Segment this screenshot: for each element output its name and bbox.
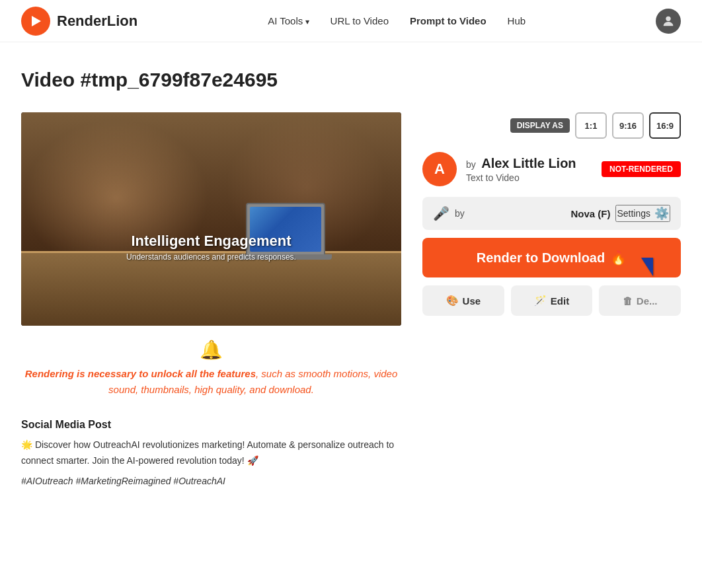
nav-hub[interactable]: Hub (508, 15, 526, 26)
brand-logo[interactable]: RenderLion (21, 7, 137, 36)
video-text-overlay: Intelligent Engagement Understands audie… (126, 233, 296, 262)
social-section: Social Media Post 🌟 Discover how Outreac… (21, 419, 401, 486)
voice-by-label: by (455, 208, 565, 219)
use-label: Use (463, 295, 481, 307)
nav-url-to-video[interactable]: URL to Video (331, 15, 389, 26)
page-title: Video #tmp_6799f87e24695 (21, 69, 681, 91)
author-by-name: by Alex Little Lion (466, 156, 576, 171)
nav-prompt-to-video[interactable]: Prompt to Video (410, 15, 487, 26)
author-avatar: A (422, 152, 457, 186)
navbar: RenderLion AI Tools URL to Video Prompt … (0, 0, 702, 42)
right-panel: DISPLAY AS 1:1 9:16 16:9 A by Alex Littl… (422, 112, 681, 486)
author-info: by Alex Little Lion Text to Video (466, 156, 576, 183)
render-notice: 🔔 Rendering is necessary to unlock all t… (21, 339, 401, 398)
social-tags: #AIOutreach #MarketingReimagined #Outrea… (21, 476, 401, 486)
user-avatar-nav[interactable] (656, 9, 681, 34)
settings-button[interactable]: Settings ⚙️ (615, 205, 670, 222)
social-title: Social Media Post (21, 419, 401, 431)
delete-button[interactable]: 🗑 De... (599, 285, 681, 316)
nav-ai-tools[interactable]: AI Tools (268, 15, 309, 26)
bell-icon: 🔔 (21, 339, 401, 361)
social-body: 🌟 Discover how OutreachAI revolutionizes… (21, 437, 401, 469)
aspect-btn-9-16[interactable]: 9:16 (612, 112, 644, 139)
use-button[interactable]: 🎨 Use (422, 285, 504, 316)
edit-label: Edit (551, 295, 569, 307)
video-subtext: Understands audiences and predicts respo… (126, 252, 296, 262)
video-preview: Intelligent Engagement Understands audie… (21, 112, 401, 326)
main-content: Video #tmp_6799f87e24695 Intelligent Eng… (0, 42, 702, 513)
video-headline: Intelligent Engagement (126, 233, 296, 250)
author-type: Text to Video (466, 172, 576, 183)
settings-label: Settings (617, 208, 650, 219)
gear-icon: ⚙️ (654, 206, 669, 221)
edit-button[interactable]: 🪄 Edit (511, 285, 593, 316)
nav-links: AI Tools URL to Video Prompt to Video Hu… (268, 15, 526, 26)
svg-point-1 (666, 16, 670, 20)
action-row: 🎨 Use 🪄 Edit 🗑 De... (422, 285, 681, 316)
svg-marker-0 (32, 16, 41, 26)
render-btn-label: Render to Download (477, 250, 605, 266)
video-scene: Intelligent Engagement Understands audie… (21, 112, 401, 326)
author-by-label: by (466, 159, 476, 170)
fire-icon: 🔥 (610, 250, 627, 266)
voice-row: 🎤 by Nova (F) Settings ⚙️ (422, 197, 681, 230)
display-as-label: DISPLAY AS (510, 118, 570, 133)
palette-icon: 🎨 (446, 295, 459, 307)
not-rendered-badge: NOT-RENDERED (602, 161, 681, 177)
render-to-download-button[interactable]: Render to Download 🔥 (422, 238, 681, 277)
brand-name: RenderLion (57, 13, 137, 30)
logo-icon (21, 7, 50, 36)
aspect-btn-1-1[interactable]: 1:1 (575, 112, 607, 139)
trash-icon: 🗑 (623, 295, 633, 307)
delete-label: De... (637, 295, 658, 307)
table-prop (21, 251, 401, 326)
render-notice-text: Rendering is necessary to unlock all the… (21, 366, 401, 398)
author-row: A by Alex Little Lion Text to Video NOT-… (422, 152, 681, 186)
edit-icon: 🪄 (534, 295, 547, 307)
render-notice-bold: Rendering is necessary to unlock all the… (25, 368, 256, 379)
content-grid: Intelligent Engagement Understands audie… (21, 112, 681, 486)
display-as-row: DISPLAY AS 1:1 9:16 16:9 (422, 112, 681, 139)
microphone-icon: 🎤 (433, 205, 449, 221)
aspect-btn-16-9[interactable]: 16:9 (649, 112, 681, 139)
left-column: Intelligent Engagement Understands audie… (21, 112, 401, 486)
author-name: Alex Little Lion (481, 156, 576, 170)
voice-name: Nova (F) (570, 208, 610, 219)
